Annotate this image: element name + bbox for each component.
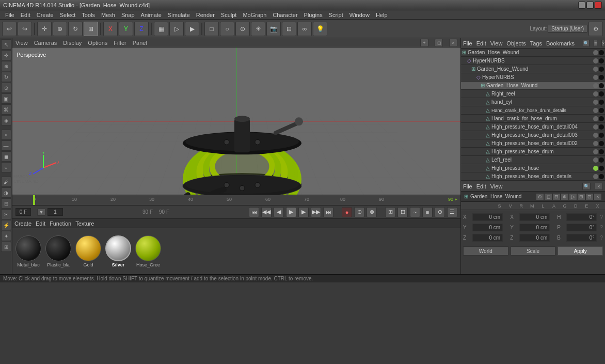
- pb-path-mode[interactable]: ⊟: [397, 207, 408, 217]
- menu-item-animate[interactable]: Animate: [138, 12, 165, 18]
- viewport-menu-view[interactable]: View: [15, 40, 28, 46]
- obj-menu-edit[interactable]: Edit: [476, 40, 486, 46]
- light-button[interactable]: ☀: [251, 22, 265, 36]
- obj-row-garden-hose-wound-2[interactable]: ⊞ Garden_Hose_Wound: [461, 65, 605, 73]
- pb-record-all[interactable]: ⊚: [367, 207, 377, 217]
- menu-item-plugins[interactable]: Plugins: [301, 12, 326, 18]
- obj-row-hand-crank-details[interactable]: △ Hand_crank_for_hose_drum_details: [461, 106, 605, 115]
- coord-z-rot-in[interactable]: [519, 234, 550, 242]
- coord-y-p[interactable]: [566, 224, 597, 231]
- attr-icon5[interactable]: ▷: [569, 193, 577, 200]
- obj-row-hp-detail003[interactable]: △ High_pressure_hose_drum_detail003: [461, 131, 605, 139]
- material-item-gold[interactable]: Gold: [75, 235, 101, 267]
- viewport-menu-panel[interactable]: Panel: [133, 40, 147, 46]
- attr-icon7[interactable]: ⊡: [585, 193, 594, 200]
- obj-search-btn[interactable]: 🔍: [583, 40, 590, 47]
- menu-item-mograph[interactable]: MoGraph: [240, 12, 269, 18]
- mat-menu-create[interactable]: Create: [14, 220, 31, 227]
- attr-search[interactable]: 🔍: [582, 183, 591, 190]
- pb-goto-start[interactable]: ⏮: [249, 207, 259, 217]
- x-axis-button[interactable]: X: [103, 22, 118, 36]
- y-axis-button[interactable]: Y: [119, 22, 133, 36]
- obj-row-right-reel[interactable]: △ Right_reel: [461, 90, 605, 98]
- render-view-button[interactable]: ▷: [169, 22, 184, 36]
- viewport-menu-display[interactable]: Display: [63, 40, 82, 46]
- material-item-metal-black[interactable]: Metal_blac: [15, 235, 41, 267]
- layout-value[interactable]: Startup (User): [548, 25, 587, 33]
- pb-record[interactable]: ●: [342, 207, 352, 217]
- material-item-plastic-black[interactable]: Plastic_bla: [45, 235, 71, 267]
- obj-menu-file[interactable]: File: [463, 40, 472, 46]
- maximize-button[interactable]: [586, 2, 594, 9]
- pb-settings[interactable]: ☰: [447, 207, 457, 217]
- render-all-button[interactable]: ▶: [185, 22, 199, 36]
- obj-row-left-reel[interactable]: △ Left_reel: [461, 156, 605, 164]
- menu-item-character[interactable]: Character: [269, 12, 300, 18]
- pb-next-key[interactable]: ▶▶: [311, 207, 321, 217]
- render-region-button[interactable]: ▦: [154, 22, 168, 36]
- material-item-silver[interactable]: Silver: [105, 235, 131, 267]
- obj-close-btn[interactable]: ×: [601, 40, 605, 47]
- move-tool-button[interactable]: ✛: [37, 22, 52, 36]
- menu-item-edit[interactable]: Edit: [18, 12, 34, 18]
- viewport-canvas[interactable]: Perspective: [12, 48, 460, 195]
- vp-ctrl-1[interactable]: +: [420, 39, 428, 47]
- obj-row-garden-hose-wound-4[interactable]: ⊞ Garden_Hose_Wound: [461, 82, 605, 90]
- attr-icon2[interactable]: ◻: [544, 193, 552, 200]
- menu-item-simulate[interactable]: Simulate: [165, 12, 193, 18]
- cylinder-button[interactable]: ⊙: [235, 22, 250, 36]
- tool-lasso-sel[interactable]: ⌘: [1, 104, 11, 115]
- obj-row-hp-detail002[interactable]: △ High_pressure_hose_drum_detail002: [461, 139, 605, 148]
- tool-edge[interactable]: —: [1, 140, 11, 151]
- obj-tree[interactable]: ⊞ Garden_Hose_Wound ◇ HyperNURBS: [461, 49, 605, 181]
- vp-ctrl-3[interactable]: ×: [449, 39, 457, 47]
- apply-button[interactable]: Apply: [558, 246, 603, 256]
- floor-button[interactable]: ⊟: [282, 22, 296, 36]
- menu-item-file[interactable]: File: [2, 12, 18, 18]
- tool-paint[interactable]: 🖌: [1, 177, 11, 187]
- z-axis-button[interactable]: Z: [134, 22, 149, 36]
- tool-arrow[interactable]: ↖: [1, 39, 11, 50]
- vp-ctrl-2[interactable]: ◻: [435, 39, 443, 47]
- mat-menu-edit[interactable]: Edit: [36, 220, 45, 227]
- obj-row-hand-cyl[interactable]: △ hand_cyl: [461, 98, 605, 106]
- attr-icon1[interactable]: ⊙: [536, 193, 544, 200]
- redo-button[interactable]: ↪: [18, 22, 32, 36]
- rotate-tool-button[interactable]: ↻: [68, 22, 83, 36]
- close-button[interactable]: [595, 2, 602, 9]
- layout-settings-button[interactable]: ⚙: [588, 22, 603, 36]
- obj-menu-bookmarks[interactable]: Bookmarks: [546, 40, 575, 46]
- world-mode-btn[interactable]: World: [463, 246, 508, 256]
- minimize-button[interactable]: [578, 2, 585, 9]
- tool-move[interactable]: ✛: [1, 50, 11, 60]
- material-item-hose-green[interactable]: Hose_Gree: [135, 235, 161, 267]
- tool-magnet[interactable]: ⚡: [1, 220, 11, 230]
- pb-next-frame[interactable]: ▶: [298, 207, 309, 217]
- menu-item-tools[interactable]: Tools: [78, 12, 98, 18]
- menu-item-help[interactable]: Help: [373, 12, 391, 18]
- timeline-cursor[interactable]: [33, 195, 35, 205]
- attr-menu-view[interactable]: View: [490, 183, 503, 189]
- viewport-menu-filter[interactable]: Filter: [114, 40, 126, 46]
- obj-row-hand-crank[interactable]: △ Hand_crank_for_hose_drum: [461, 115, 605, 123]
- pb-timeline-btn[interactable]: ≡: [422, 207, 433, 217]
- obj-row-hypernurbs-1[interactable]: ◇ HyperNURBS: [461, 57, 605, 65]
- menu-item-create[interactable]: Create: [34, 12, 57, 18]
- obj-row-hp-detail004[interactable]: △ High_pressure_hose_drum_detail004: [461, 123, 605, 131]
- infinity-button[interactable]: ∞: [297, 22, 312, 36]
- obj-row-garden-hose-wound-0[interactable]: ⊞ Garden_Hose_Wound: [461, 49, 605, 57]
- tool-brush[interactable]: ✦: [1, 231, 11, 241]
- tool-wrap[interactable]: ⊞: [1, 242, 11, 252]
- tool-rect-sel[interactable]: ▣: [1, 93, 11, 104]
- obj-row-hp-hose[interactable]: △ High_pressure_hose: [461, 164, 605, 172]
- mat-menu-function[interactable]: Function: [50, 220, 71, 227]
- coord-x-rot-in[interactable]: [519, 213, 550, 221]
- coord-z-b[interactable]: [566, 234, 597, 242]
- mat-menu-texture[interactable]: Texture: [75, 220, 94, 227]
- pb-fcurve[interactable]: ~: [410, 207, 420, 217]
- menu-item-script[interactable]: Script: [326, 12, 346, 18]
- coord-y-rot-in[interactable]: [519, 224, 550, 231]
- tool-scale[interactable]: ⊕: [1, 61, 11, 71]
- obj-row-hp-drum[interactable]: △ High_pressure_hose_drum: [461, 148, 605, 156]
- timeline[interactable]: 0 10 20 30 40 50 60 70 80 90 90 F: [12, 195, 460, 205]
